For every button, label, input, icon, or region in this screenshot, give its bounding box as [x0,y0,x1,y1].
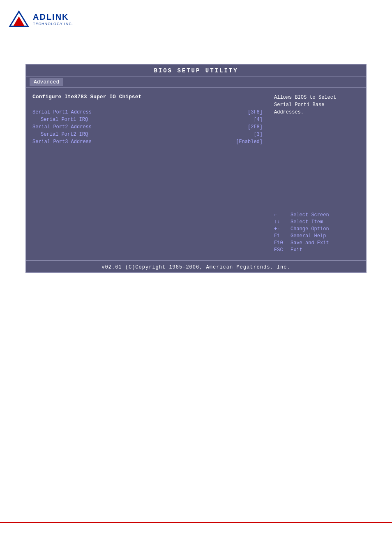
bios-key: ← [274,212,291,218]
bios-key-desc: General Help [291,233,326,239]
bios-item-value: [3F8] [248,109,263,115]
bios-item-label: Serial Port2 Address [32,124,92,130]
bios-key: +- [274,226,291,232]
bios-item-label: Serial Port1 IRQ [32,117,88,123]
bios-item-label: Serial Port3 Address [32,139,92,145]
bios-key-desc: Exit [291,247,302,253]
tab-advanced[interactable]: Advanced [30,78,63,86]
bios-key: F1 [274,233,291,239]
bios-section-title: Configure Ite8783 Super IO Chipset [32,94,263,100]
bios-key-row: F10Save and Exit [274,240,361,246]
bios-item[interactable]: Serial Port2 Address[2F8] [32,124,263,130]
logo-area: ADLINK TECHNOLOGY INC. [8,8,73,30]
bios-right-panel: Allows BIOS to Select Serial Port1 Base … [269,88,366,260]
bios-key-row: +-Change Option [274,226,361,232]
bios-key-desc: Save and Exit [291,240,329,246]
bottom-line [0,522,392,523]
bios-key-row: ←Select Screen [274,212,361,218]
bios-items-container: Serial Port1 Address[3F8]Serial Port1 IR… [32,109,263,145]
bios-footer-text: v02.61 (C)Copyright 1985-2006, American … [101,264,290,270]
logo-adlink-label: ADLINK [33,12,73,22]
bios-item[interactable]: Serial Port1 Address[3F8] [32,109,263,115]
bios-content: Configure Ite8783 Super IO Chipset Seria… [26,88,366,260]
bios-help-text: Allows BIOS to Select Serial Port1 Base … [274,94,361,116]
bios-key-desc: Change Option [291,226,329,232]
bios-item[interactable]: Serial Port3 Address[Enabled] [32,139,263,145]
bios-item-value: [Enabled] [236,139,263,145]
bios-keybindings: ←Select Screen↑↓Select Item+-Change Opti… [274,212,361,254]
bios-divider [32,105,263,105]
bios-key: F10 [274,240,291,246]
bios-item-value: [3] [254,132,263,137]
bios-item[interactable]: Serial Port1 IRQ[4] [32,117,263,123]
bios-key-row: ESCExit [274,247,361,253]
bios-key: ESC [274,247,291,253]
adlink-logo-icon [8,8,30,30]
bios-item-label: Serial Port1 Address [32,109,92,115]
bios-item-label: Serial Port2 IRQ [32,132,88,137]
bios-key-desc: Select Screen [291,212,329,218]
bios-tab-bar[interactable]: Advanced [26,76,366,88]
bios-item[interactable]: Serial Port2 IRQ[3] [32,132,263,137]
logo-subtitle-label: TECHNOLOGY INC. [33,22,73,26]
bios-item-value: [2F8] [248,124,263,130]
bios-key-row: F1General Help [274,233,361,239]
bios-item-value: [4] [254,117,263,123]
bios-key-row: ↑↓Select Item [274,219,361,225]
bios-key: ↑↓ [274,219,291,225]
bios-left-panel: Configure Ite8783 Super IO Chipset Seria… [26,88,269,260]
bios-title-bar: BIOS SETUP UTILITY [26,65,366,76]
bios-footer: v02.61 (C)Copyright 1985-2006, American … [26,260,366,272]
bios-key-desc: Select Item [291,219,323,225]
bios-title: BIOS SETUP UTILITY [154,67,238,74]
bios-container: BIOS SETUP UTILITY Advanced Configure It… [25,64,367,273]
logo-text: ADLINK TECHNOLOGY INC. [33,12,73,26]
